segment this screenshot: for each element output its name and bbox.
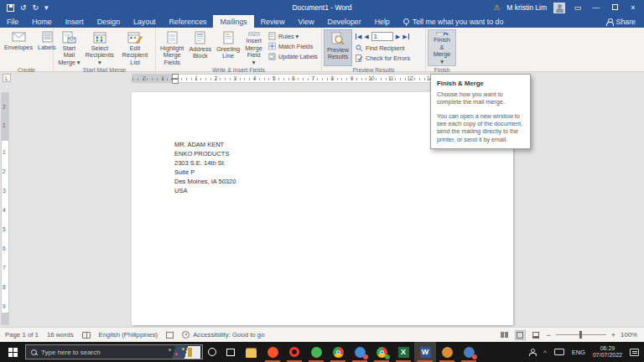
greeting-line-button[interactable]: Greeting Line	[214, 29, 242, 66]
clock-date: 07/07/2022	[593, 352, 622, 359]
edit-recipient-list-button[interactable]: Edit Recipient List	[117, 29, 153, 66]
tab-mailings[interactable]: Mailings	[213, 15, 253, 28]
read-mode-button[interactable]	[499, 330, 510, 340]
first-record-button[interactable]: ◀	[356, 34, 361, 39]
taskbar-app-word[interactable]: W	[414, 342, 436, 362]
print-layout-button[interactable]	[515, 330, 526, 340]
tab-insert[interactable]: Insert	[59, 15, 91, 28]
select-recipients-icon	[92, 31, 107, 44]
taskbar-app-paint3d[interactable]	[436, 342, 458, 362]
tab-view[interactable]: View	[292, 15, 321, 28]
select-recipients-button[interactable]: Select Recipients ▾	[83, 29, 117, 66]
match-fields-button[interactable]: Match Fields	[268, 42, 318, 50]
zoom-in-button[interactable]: +	[611, 331, 615, 339]
lightbulb-icon	[403, 18, 409, 24]
zoom-level[interactable]: 100%	[621, 331, 637, 339]
zoom-slider[interactable]	[556, 334, 606, 335]
zoom-out-button[interactable]: −	[547, 331, 551, 339]
avatar[interactable]	[553, 3, 565, 13]
record-number-input[interactable]	[371, 32, 393, 41]
taskbar-app-chrome-profile-1[interactable]	[327, 342, 349, 362]
taskbar-clock[interactable]: 06:29 07/07/2022	[593, 345, 622, 359]
tab-help[interactable]: Help	[368, 15, 397, 28]
proofing-icon[interactable]	[82, 332, 91, 339]
tab-review[interactable]: Review	[254, 15, 292, 28]
indent-markers[interactable]	[172, 74, 178, 84]
tab-file[interactable]: File	[0, 15, 25, 28]
web-layout-button[interactable]	[531, 330, 542, 340]
finish-merge-label: Finish & Merge ▾	[431, 37, 453, 65]
rules-icon	[268, 32, 276, 40]
finish-and-merge-button[interactable]: Finish & Merge ▾	[428, 29, 456, 66]
finish-merge-icon	[435, 32, 449, 35]
accessibility-status[interactable]: Accessibility: Good to go	[182, 331, 264, 339]
action-center-icon[interactable]	[630, 349, 639, 356]
undo-icon[interactable]: ↺	[20, 4, 27, 12]
task-view-button[interactable]	[221, 342, 240, 362]
tab-selector[interactable]: L	[3, 74, 11, 82]
preview-results-toggle[interactable]: Preview Results	[324, 29, 352, 66]
taskbar-app-opera-browser[interactable]	[283, 342, 305, 362]
address-line: ENKO PRODUCTS	[174, 149, 236, 158]
touch-keyboard-icon[interactable]	[554, 349, 564, 355]
cortana-button[interactable]	[203, 342, 221, 362]
tab-developer[interactable]: Developer	[321, 15, 368, 28]
taskbar-app-brave-browser[interactable]	[262, 342, 283, 362]
start-mail-merge-button[interactable]: Start Mail Merge ▾	[55, 29, 83, 66]
taskbar-search[interactable]: Type here to search	[25, 344, 203, 359]
rules-button[interactable]: Rules ▾	[268, 32, 318, 40]
tab-home[interactable]: Home	[25, 15, 58, 28]
greeting-line-icon	[222, 31, 235, 44]
group-create: Envelopes Labels Create	[0, 28, 54, 71]
greeting-line-label: Greeting Line	[216, 46, 240, 60]
redo-icon[interactable]: ↻	[33, 4, 39, 12]
envelopes-button[interactable]: Envelopes	[2, 29, 35, 66]
address-block-button[interactable]: Address Block	[186, 29, 214, 66]
people-icon[interactable]	[529, 349, 536, 355]
update-labels-button[interactable]: Update Labels	[268, 52, 318, 60]
vertical-ruler[interactable]: 21123456789	[1, 92, 9, 325]
ruler-number: 11	[388, 75, 394, 81]
tell-me-box[interactable]: Tell me what you want to do	[397, 15, 511, 28]
customize-qat-icon[interactable]: ▾	[44, 4, 49, 12]
zoom-slider-thumb[interactable]	[579, 331, 582, 339]
find-recipient-button[interactable]: Find Recipient	[354, 43, 411, 52]
taskbar-app-file-explorer[interactable]	[240, 342, 262, 362]
language-indicator[interactable]: English (Philippines)	[99, 331, 158, 339]
page-indicator[interactable]: Page 1 of 1	[5, 331, 39, 339]
share-button[interactable]: Share	[606, 15, 644, 28]
insert-merge-field-button[interactable]: Insert Merge Field ▾	[242, 29, 265, 66]
warning-icon[interactable]: ⚠	[493, 3, 500, 12]
match-fields-label: Match Fields	[278, 43, 313, 50]
edit-recipient-list-icon	[127, 31, 143, 44]
highlight-merge-fields-button[interactable]: Highlight Merge Fields	[158, 29, 186, 66]
accessibility-icon	[182, 331, 190, 339]
tray-chevron-icon[interactable]: ^	[543, 349, 547, 356]
next-record-button[interactable]: ▶	[396, 34, 400, 39]
minimize-button[interactable]: —	[590, 3, 602, 12]
previous-record-button[interactable]: ◀	[364, 34, 368, 39]
restore-button[interactable]	[609, 3, 621, 12]
tab-references[interactable]: References	[162, 15, 213, 28]
word-count[interactable]: 16 words	[47, 331, 74, 339]
last-record-button[interactable]: ▶	[402, 34, 408, 39]
taskbar-app-whatsapp[interactable]	[305, 342, 327, 362]
check-for-errors-button[interactable]: Check for Errors	[354, 52, 411, 62]
ruler-number: 3	[234, 75, 237, 81]
tab-design[interactable]: Design	[91, 15, 127, 28]
close-button[interactable]: ×	[627, 3, 639, 12]
preview-results-icon	[330, 32, 345, 45]
ruler-number: 6	[292, 75, 295, 81]
macro-record-icon[interactable]	[166, 332, 174, 339]
start-button[interactable]	[0, 342, 25, 362]
taskbar-app-chrome-profile-2[interactable]	[371, 342, 392, 362]
ribbon-display-options-icon[interactable]: ▭	[572, 3, 584, 12]
taskbar-app-messenger-app[interactable]	[349, 342, 371, 362]
save-icon[interactable]	[7, 4, 14, 12]
language-badge[interactable]: ENG	[572, 349, 585, 356]
taskbar-app-mail-app[interactable]	[458, 342, 480, 362]
signed-in-user[interactable]: M kristin Lim	[506, 3, 547, 12]
document-area: 21123456789 MR. ADAM KENTENKO PRODUCTS23…	[0, 85, 644, 327]
tab-layout[interactable]: Layout	[127, 15, 162, 28]
taskbar-app-excel[interactable]: X	[392, 342, 414, 362]
